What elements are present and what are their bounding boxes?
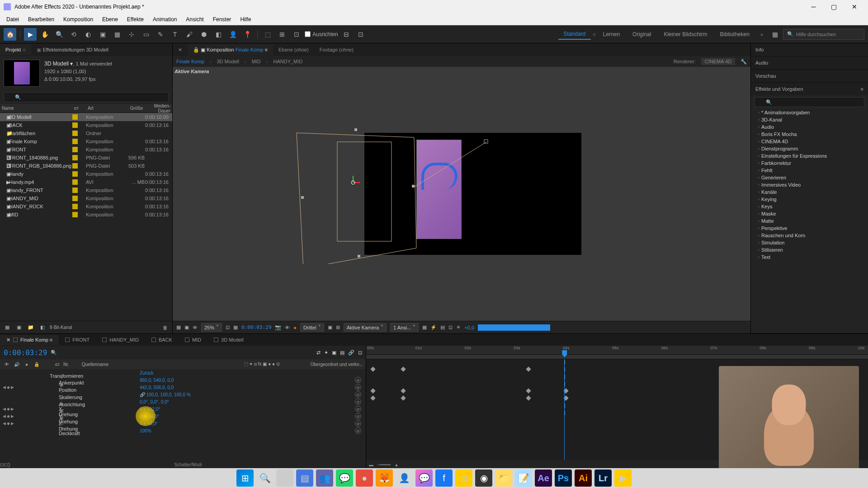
timeline-timecode[interactable]: 0:00:03:29 xyxy=(4,348,47,357)
property-row[interactable]: ○Deckkraft100%@ xyxy=(0,427,366,434)
close-button[interactable]: ✕ xyxy=(844,0,864,14)
effect-category[interactable]: › Text xyxy=(751,253,868,261)
effect-category[interactable]: › Maske xyxy=(751,210,868,217)
taskbar-firefox-icon[interactable]: 🦊 xyxy=(376,469,393,487)
taskbar-messenger-icon[interactable]: 💬 xyxy=(415,469,433,487)
timeline-icon[interactable]: ▤ xyxy=(440,324,445,330)
comp-tab-main[interactable]: 🔒 ▣ Komposition Finale Komp ≡ xyxy=(188,44,273,56)
project-item[interactable]: ▶Handy.mp4AVI... MB0:00:13:16 xyxy=(0,178,172,186)
av-lock-icon[interactable]: 🔒 xyxy=(33,360,41,368)
tab-project[interactable]: Projekt ≡ xyxy=(0,44,31,55)
project-item[interactable]: ▣Handy_FRONTKomposition0:00:13:16 xyxy=(0,186,172,194)
taskbar-app4-icon[interactable]: 👤 xyxy=(396,469,413,487)
workspace-lernen[interactable]: Lernen xyxy=(598,29,625,39)
effect-category[interactable]: › Farbkorrektur xyxy=(751,160,868,167)
comp-tab-close[interactable]: ✕ xyxy=(173,44,188,56)
toggle-switches-icon3[interactable]: {} xyxy=(7,462,10,467)
workspace-bibliotheken[interactable]: Bibliotheken xyxy=(714,29,755,39)
menu-ansicht[interactable]: Ansicht xyxy=(181,14,208,24)
breadcrumb-item[interactable]: 3D Modell xyxy=(217,59,239,64)
text-tool[interactable]: T xyxy=(169,28,181,41)
project-item[interactable]: 📁FarbflächenOrdner xyxy=(0,129,172,137)
trash-button[interactable]: 🗑 xyxy=(160,323,170,332)
roto-tool[interactable]: 👤 xyxy=(226,28,239,41)
anchor-tool[interactable]: ⊹ xyxy=(125,28,138,41)
preview-panel-header[interactable]: Vorschau xyxy=(751,70,868,82)
keyframe[interactable] xyxy=(370,366,375,371)
menu-bearbeiten[interactable]: Bearbeiten xyxy=(24,14,59,24)
zoom-tool[interactable]: 🔍 xyxy=(53,28,66,41)
workspace-original[interactable]: Original xyxy=(627,29,656,39)
rect-tool[interactable]: ▭ xyxy=(140,28,152,41)
taskbar-ai-icon[interactable]: Ai xyxy=(575,469,592,487)
av-audio-icon[interactable]: 🔊 xyxy=(13,360,21,368)
interpret-button[interactable]: ▦ xyxy=(3,323,12,332)
snap-opt1[interactable]: ⊟ xyxy=(340,28,353,41)
mask-icon[interactable]: ▣ xyxy=(184,324,189,330)
project-item[interactable]: 🖼FRONT_RGB_1840886.pngPNG-Datei503 KB xyxy=(0,162,172,170)
project-item[interactable]: ▣HANDY_RÜCKKomposition0:00:13:16 xyxy=(0,202,172,211)
project-item[interactable]: ▣MIDKomposition0:00:13:16 xyxy=(0,211,172,219)
timeline-tab[interactable]: BACK xyxy=(145,335,179,345)
breadcrumb-item[interactable]: MID xyxy=(252,59,261,64)
project-item[interactable]: ▣BACKKomposition0:00:13:16 xyxy=(0,121,172,129)
snap-toggle[interactable]: Ausrichten xyxy=(305,31,338,38)
alpha-icon[interactable]: 👁 xyxy=(193,325,198,330)
workspace-switcher[interactable]: ▦ xyxy=(769,28,781,41)
effect-category[interactable]: › Generieren xyxy=(751,174,868,181)
keyframe[interactable] xyxy=(526,366,531,371)
tl-opt1[interactable]: ⇄ xyxy=(316,350,321,356)
timeline-tab[interactable]: FRONT xyxy=(59,335,96,345)
new-folder-button[interactable]: 📁 xyxy=(26,323,35,332)
timeline-tab[interactable]: HANDY_MID xyxy=(96,335,145,345)
project-item[interactable]: ▣HandyKomposition0:00:13:16 xyxy=(0,170,172,178)
views-dropdown[interactable]: 1 Ansi... ˅ xyxy=(390,323,419,332)
grid-guides-icon[interactable]: ⊞ xyxy=(336,324,340,330)
layer-rows[interactable]: ˅ Transformieren Zurück ○Ankerpunkt960,0… xyxy=(0,369,366,460)
effect-category[interactable]: › Boris FX Mocha xyxy=(751,131,868,138)
effect-category[interactable]: › 3D-Kanal xyxy=(751,116,868,123)
project-item[interactable]: ▣FRONTKomposition0:00:13:16 xyxy=(0,145,172,154)
menu-fenster[interactable]: Fenster xyxy=(208,14,236,24)
pan-tool[interactable]: ▦ xyxy=(111,28,123,41)
project-items-list[interactable]: ▣3D ModellKomposition0:00:10:00▣BACKKomp… xyxy=(0,113,172,321)
grid-icon[interactable]: ▦ xyxy=(176,324,181,330)
menu-ebene[interactable]: Ebene xyxy=(98,14,123,24)
menu-datei[interactable]: Datei xyxy=(2,14,24,24)
label-icon[interactable]: 🏷 xyxy=(53,360,61,368)
effect-category[interactable]: › Keying xyxy=(751,196,868,203)
taskbar-lr-icon[interactable]: Lr xyxy=(594,469,612,487)
keyframe[interactable] xyxy=(526,388,531,393)
phone-layer[interactable] xyxy=(416,140,462,239)
timeline-search-icon[interactable]: 🔍 xyxy=(51,350,57,356)
tl-opt6[interactable]: ⊡ xyxy=(358,350,362,356)
brush-tool[interactable]: 🖌 xyxy=(183,28,196,41)
taskbar-ps-icon[interactable]: Ps xyxy=(555,469,572,487)
comp-tab-footage[interactable]: Footage (ohne) xyxy=(314,44,359,55)
eraser-tool[interactable]: ◧ xyxy=(212,28,225,41)
exposure-reset-icon[interactable]: ☀ xyxy=(456,324,461,330)
minimize-button[interactable]: ─ xyxy=(803,0,824,14)
tl-opt2[interactable]: ✦ xyxy=(324,350,328,356)
effect-category[interactable]: › Fehlt xyxy=(751,167,868,174)
camera-tool[interactable]: ▣ xyxy=(96,28,109,41)
taskbar-app1-icon[interactable]: ▤ xyxy=(296,469,313,487)
project-item[interactable]: ▣Finale KompKomposition0:00:13:16 xyxy=(0,137,172,145)
stamp-tool[interactable]: ⬢ xyxy=(198,28,210,41)
taskbar-taskview-icon[interactable]: ▭ xyxy=(276,469,293,487)
comp-name[interactable]: 3D Modell ▾ xyxy=(44,61,73,67)
camera-dropdown[interactable]: Aktive Kamera ˅ xyxy=(344,323,387,332)
zoom-in-icon[interactable]: ▲ xyxy=(394,462,399,467)
project-search[interactable] xyxy=(4,92,169,102)
taskbar-facebook-icon[interactable]: f xyxy=(435,469,453,487)
viewer-timecode[interactable]: 0:00:03:29 xyxy=(241,324,271,330)
av-visibility-icon[interactable]: 👁 xyxy=(3,360,11,368)
rotate-tool[interactable]: ◐ xyxy=(82,28,94,41)
comp-tab-layer[interactable]: Ebene (ohne) xyxy=(273,44,314,55)
keyframe[interactable] xyxy=(401,395,406,400)
channel-icon[interactable]: ● xyxy=(293,325,297,330)
keyframe[interactable] xyxy=(401,366,406,371)
transparency-icon[interactable]: ▦ xyxy=(233,324,238,330)
workspace-kleiner[interactable]: Kleiner Bildschirm xyxy=(658,29,712,39)
menu-animation[interactable]: Animation xyxy=(148,14,181,24)
